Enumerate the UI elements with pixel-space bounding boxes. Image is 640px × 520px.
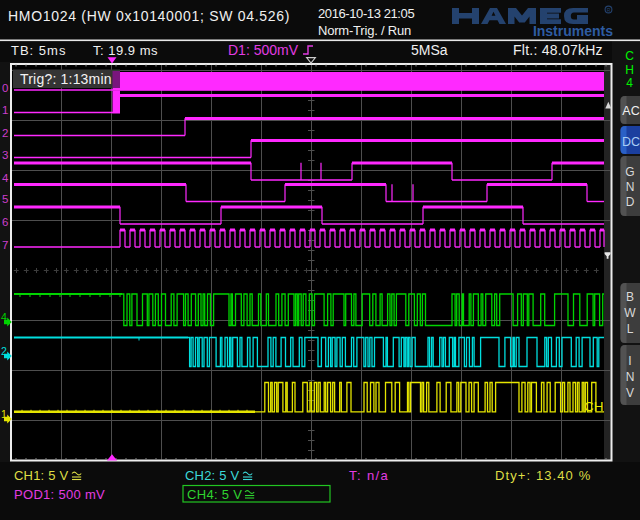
svg-text:W: W xyxy=(624,306,636,320)
svg-text:Dty+: 13.40 %: Dty+: 13.40 % xyxy=(495,468,591,483)
svg-text:1: 1 xyxy=(2,104,8,116)
svg-text:N: N xyxy=(626,180,635,194)
svg-text:4: 4 xyxy=(2,172,9,184)
svg-text:POD1: 500 mV: POD1: 500 mV xyxy=(14,487,105,502)
svg-text:2: 2 xyxy=(2,127,8,139)
svg-text:C: C xyxy=(625,49,634,63)
svg-text:D: D xyxy=(626,195,635,209)
svg-text:G: G xyxy=(625,165,634,179)
svg-text:V: V xyxy=(626,386,634,400)
svg-text:Norm-Trig. / Run: Norm-Trig. / Run xyxy=(318,23,411,38)
svg-text:5: 5 xyxy=(2,193,8,205)
svg-text:D1: 500mV: D1: 500mV xyxy=(228,42,299,58)
svg-text:CH2: 5 V: CH2: 5 V xyxy=(185,468,239,483)
svg-text:T: 19.9 ms: T: 19.9 ms xyxy=(93,43,158,58)
svg-text:Trig?: 1:13min: Trig?: 1:13min xyxy=(20,71,112,87)
svg-text:Flt.: 48.07kHz: Flt.: 48.07kHz xyxy=(513,42,603,58)
svg-text:L: L xyxy=(627,322,634,336)
svg-text:T: n/a: T: n/a xyxy=(349,468,389,483)
svg-text:0: 0 xyxy=(2,82,8,94)
svg-text:AC: AC xyxy=(622,104,639,118)
svg-text:2016-10-13 21:05: 2016-10-13 21:05 xyxy=(318,6,414,21)
svg-text:B: B xyxy=(626,290,634,304)
svg-text:Instruments: Instruments xyxy=(533,23,613,39)
svg-text:3: 3 xyxy=(2,149,8,161)
svg-text:CH: CH xyxy=(584,399,604,414)
svg-text:I: I xyxy=(628,354,631,368)
svg-text:7: 7 xyxy=(2,239,8,251)
svg-text:6: 6 xyxy=(2,216,8,228)
svg-text:5MSa: 5MSa xyxy=(411,42,448,58)
svg-text:TB: 5ms: TB: 5ms xyxy=(11,43,66,58)
svg-text:HMO1024 (HW 0x10140001; SW 04.: HMO1024 (HW 0x10140001; SW 04.526) xyxy=(8,8,290,24)
svg-text:CH4: 5 V: CH4: 5 V xyxy=(187,487,242,502)
svg-text:DC: DC xyxy=(622,135,640,149)
svg-text:N: N xyxy=(626,370,635,384)
svg-text:CH1: 5 V: CH1: 5 V xyxy=(14,468,68,483)
svg-text:R: R xyxy=(607,7,611,13)
svg-text:4: 4 xyxy=(626,76,633,90)
